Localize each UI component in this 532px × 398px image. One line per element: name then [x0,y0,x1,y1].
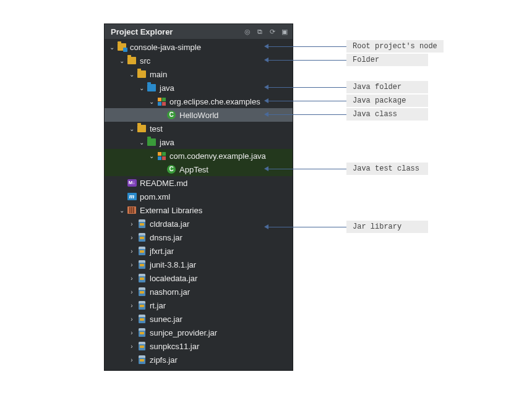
chevron-down-icon[interactable]: ⌄ [148,98,155,105]
jar-icon [137,219,147,229]
jar-icon [137,287,147,297]
annotation-line [268,101,346,101]
annotation-line [268,169,346,169]
tree-label: cldrdata.jar [150,219,189,229]
chevron-right-icon[interactable]: › [128,329,135,336]
folder-icon [137,69,147,79]
tree-node-jar[interactable]: ›zipfs.jar [105,353,293,366]
tree-label: console-java-simple [130,43,201,52]
jar-icon [137,232,147,242]
jar-icon [137,273,147,283]
tree-node-jar[interactable]: ›junit-3.8.1.jar [105,258,293,271]
chevron-down-icon[interactable]: ⌄ [128,125,135,132]
annotation-arrow-icon [264,85,268,90]
tree-label: sunpkcs11.jar [150,342,199,351]
annotation-arrow-icon [264,112,268,117]
tree-label: localedata.jar [150,274,197,283]
package-icon [157,96,166,106]
chevron-down-icon[interactable]: ⌄ [118,57,126,64]
package-icon [157,151,166,161]
tree-label: sunjce_provider.jar [150,328,217,337]
annotation-label: Jar library [346,221,428,233]
tree-label: dnsns.jar [150,233,182,242]
chevron-right-icon[interactable]: › [128,289,135,295]
tree-label: com.codenvy.example.java [169,151,266,161]
annotation-label: Java package [346,95,428,107]
annotation-arrow-icon [264,224,268,229]
tree-label: src [140,56,150,66]
chevron-right-icon[interactable]: › [128,234,135,241]
chevron-right-icon[interactable]: › [128,302,135,309]
tree-node-test-package[interactable]: ⌄ com.codenvy.example.java [105,149,293,163]
panel-header: Project Explorer ◎ ⧉ ⟳ ▣ [105,24,293,39]
tree-node-test[interactable]: ⌄ test [105,122,293,135]
chevron-down-icon[interactable]: ⌄ [128,71,135,78]
tree-label: HelloWorld [179,111,218,120]
chevron-right-icon[interactable]: › [128,316,135,323]
tree-label: org.eclipse.che.examples [169,97,260,106]
annotation-line [268,87,346,88]
chevron-right-icon[interactable]: › [128,343,135,350]
class-icon: C [166,110,176,120]
annotation-label: Folder [346,54,428,66]
tree-node-jar[interactable]: ›rt.jar [105,298,293,312]
link-with-editor-icon[interactable]: ◎ [243,27,252,36]
folder-icon [137,124,147,133]
project-explorer-panel: Project Explorer ◎ ⧉ ⟳ ▣ ⌄ console-java-… [104,23,293,371]
chevron-down-icon[interactable]: ⌄ [118,207,126,214]
tree-node-jar[interactable]: ›jfxrt.jar [105,244,293,258]
tree-label: main [150,70,167,79]
tree-node-jar[interactable]: ›nashorn.jar [105,285,293,298]
chevron-down-icon[interactable]: ⌄ [148,153,155,159]
tree-label: java [160,138,174,147]
tree-label: nashorn.jar [150,287,190,297]
annotation-line [268,227,346,227]
jar-icon [137,328,147,337]
tree-node-jar[interactable]: ›sunpkcs11.jar [105,339,293,353]
annotation-label: Java folder [346,81,428,93]
refresh-icon[interactable]: ⟳ [268,27,277,36]
java-folder-icon [147,83,157,93]
chevron-down-icon[interactable]: ⌄ [138,85,145,91]
tree-label: README.md [140,179,187,188]
library-icon [127,205,137,215]
tree-label: External Libraries [140,206,202,215]
chevron-right-icon[interactable]: › [128,261,135,268]
panel-title: Project Explorer [111,27,243,36]
tree-node-external-libraries[interactable]: ⌄ External Libraries [105,203,293,217]
chevron-right-icon[interactable]: › [128,275,135,282]
markdown-icon: M↓ [127,178,137,188]
tree-label: AppTest [179,165,208,174]
annotation-arrow-icon [264,166,268,171]
chevron-right-icon[interactable]: › [128,221,135,227]
jar-icon [137,355,147,365]
tree-node-jar[interactable]: ›sunjce_provider.jar [105,326,293,339]
tree-node-readme[interactable]: M↓ README.md [105,176,293,190]
chevron-down-icon[interactable]: ⌄ [108,44,116,51]
collapse-all-icon[interactable]: ⧉ [255,27,264,36]
maximize-icon[interactable]: ▣ [280,27,289,36]
annotation-line [268,46,346,47]
jar-icon [137,300,147,310]
tree-label: test [150,124,163,133]
tree-node-jar[interactable]: ›dnsns.jar [105,231,293,244]
project-folder-icon [117,42,127,52]
header-toolbar: ◎ ⧉ ⟳ ▣ [243,27,289,36]
tree-node-jar[interactable]: ›sunec.jar [105,312,293,326]
tree-label: pom.xml [140,192,170,201]
chevron-right-icon[interactable]: › [128,357,135,363]
tree-node-pom[interactable]: m pom.xml [105,190,293,203]
test-folder-icon [147,137,157,147]
annotation-arrow-icon [264,57,268,62]
tree-node-test-java[interactable]: ⌄ java [105,135,293,149]
tree-label: junit-3.8.1.jar [150,260,196,269]
annotation-arrow-icon [264,98,268,103]
tree-label: sunec.jar [150,315,182,324]
tree-node-jar[interactable]: ›localedata.jar [105,271,293,285]
annotation-arrow-icon [264,44,268,49]
chevron-down-icon[interactable]: ⌄ [138,139,145,146]
chevron-right-icon[interactable]: › [128,248,135,255]
tree-node-main[interactable]: ⌄ main [105,67,293,81]
maven-icon: m [127,192,137,201]
jar-icon [137,246,147,256]
